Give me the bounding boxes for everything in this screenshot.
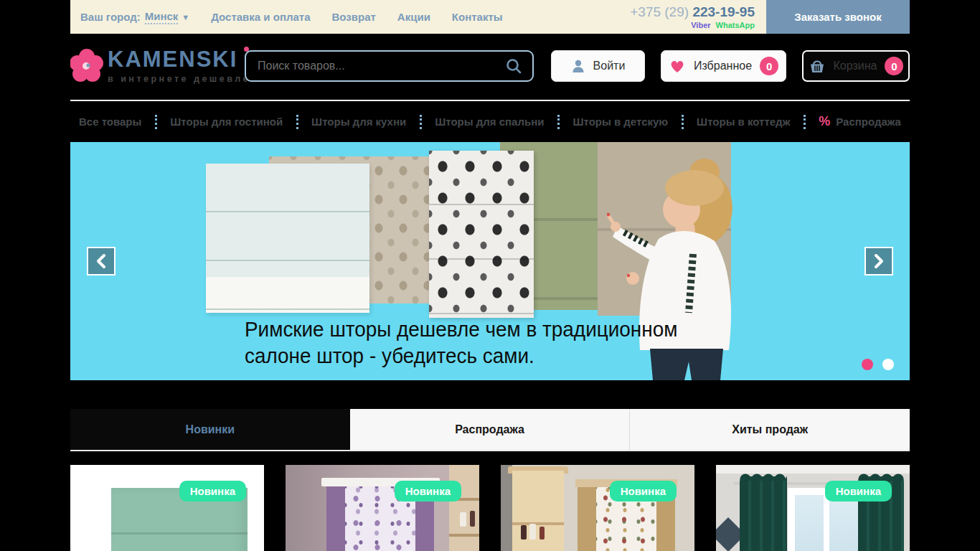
banner-headline: Римские шторы дешевле чем в традиционном… bbox=[245, 316, 677, 369]
chevron-left-icon bbox=[94, 253, 108, 270]
cart-label: Корзина bbox=[834, 60, 877, 72]
nav-item-sale-label: Распродажа bbox=[836, 116, 901, 128]
wall-corner bbox=[501, 465, 512, 551]
cart-button[interactable]: Корзина 0 bbox=[802, 50, 910, 82]
search-button[interactable] bbox=[502, 57, 532, 75]
nav-separator bbox=[155, 115, 157, 129]
logo-text-block: KAMENSKI в интернете дешевле bbox=[108, 47, 250, 84]
login-button[interactable]: Войти bbox=[551, 50, 645, 82]
city-group: Ваш город: Минск ▼ bbox=[80, 10, 189, 24]
flower-logo-icon bbox=[70, 47, 103, 83]
new-badge: Новинка bbox=[610, 481, 677, 501]
city-selector[interactable]: Минск ▼ bbox=[145, 10, 190, 24]
product-image bbox=[286, 465, 479, 551]
tab-new-arrivals[interactable]: Новинки bbox=[70, 409, 350, 450]
header: KAMENSKI в интернете дешевле Войти bbox=[70, 34, 910, 100]
topbar-link-promos[interactable]: Акции bbox=[397, 11, 430, 23]
product-image bbox=[501, 465, 694, 551]
percent-icon: % bbox=[819, 114, 830, 129]
chevron-down-icon: ▼ bbox=[182, 13, 189, 22]
fabric-panel-white bbox=[206, 164, 369, 313]
cabinet bbox=[512, 471, 564, 551]
slider-dots bbox=[862, 359, 894, 370]
shelf-unit bbox=[449, 465, 479, 551]
spacer bbox=[70, 451, 910, 465]
decor-bottle bbox=[470, 511, 475, 527]
city-value[interactable]: Минск bbox=[145, 10, 179, 24]
product-image bbox=[70, 465, 264, 551]
product-card[interactable]: Новинка bbox=[70, 465, 264, 551]
chevron-right-icon bbox=[872, 253, 886, 270]
decor-bottle bbox=[540, 527, 545, 540]
nav-item-kitchen[interactable]: Шторы для кухни bbox=[311, 116, 406, 128]
nav-separator bbox=[420, 115, 422, 129]
decor-bottle bbox=[529, 524, 536, 540]
topbar-link-delivery[interactable]: Доставка и оплата bbox=[211, 11, 310, 23]
cart-count-badge: 0 bbox=[885, 57, 903, 75]
logo-word: KAMENSKI bbox=[108, 47, 250, 72]
nav-item-all-products[interactable]: Все товары bbox=[79, 116, 141, 128]
decor-bottle bbox=[460, 512, 466, 527]
callback-button[interactable]: Заказать звонок bbox=[766, 0, 910, 34]
new-badge: Новинка bbox=[825, 481, 892, 501]
messenger-links: Viber WhatsApp bbox=[630, 21, 755, 29]
nav-separator bbox=[682, 115, 684, 129]
nav-separator bbox=[557, 115, 560, 129]
product-tabs: Новинки Распродажа Хиты продаж bbox=[70, 409, 910, 451]
basket-icon bbox=[809, 58, 826, 74]
tab-bestsellers[interactable]: Хиты продаж bbox=[629, 409, 910, 450]
banner-headline-line2: салоне штор - убедитесь сами. bbox=[245, 342, 677, 369]
nav-item-living-room[interactable]: Шторы для гостиной bbox=[170, 116, 283, 128]
green-curtain-left bbox=[740, 476, 787, 551]
topbar-right: +375 (29) 223-19-95 Viber WhatsApp Заказ… bbox=[630, 0, 910, 34]
topbar-link-contacts[interactable]: Контакты bbox=[452, 11, 503, 23]
decor-bottle bbox=[521, 525, 527, 540]
hero-slider: Римские шторы дешевле чем в традиционном… bbox=[70, 142, 910, 380]
tab-sale[interactable]: Распродажа bbox=[350, 409, 630, 450]
fabric-panel-black-damask bbox=[429, 151, 534, 318]
heart-icon bbox=[669, 58, 686, 74]
user-icon bbox=[571, 59, 585, 73]
slider-dot-1[interactable] bbox=[862, 359, 873, 370]
slider-next-button[interactable] bbox=[864, 247, 893, 276]
banner-headline-line1: Римские шторы дешевле чем в традиционном bbox=[245, 316, 677, 342]
search-input[interactable] bbox=[246, 60, 502, 72]
new-badge: Новинка bbox=[179, 481, 246, 501]
search-box bbox=[245, 50, 534, 82]
phone-number[interactable]: +375 (29) 223-19-95 bbox=[630, 4, 755, 20]
page-content: Ваш город: Минск ▼ Доставка и оплата Воз… bbox=[70, 0, 910, 551]
topbar-link-returns[interactable]: Возврат bbox=[332, 11, 376, 23]
topbar: Ваш город: Минск ▼ Доставка и оплата Воз… bbox=[70, 0, 910, 34]
phone-block[interactable]: +375 (29) 223-19-95 Viber WhatsApp bbox=[630, 0, 755, 34]
phone-main: 223-19-95 bbox=[692, 4, 755, 19]
nav-separator bbox=[296, 115, 298, 129]
product-card[interactable]: Новинка bbox=[716, 465, 910, 551]
product-card[interactable]: Новинка bbox=[501, 465, 694, 551]
logo-tagline: в интернете дешевле bbox=[108, 74, 250, 84]
favorites-button[interactable]: Избранное 0 bbox=[661, 50, 786, 82]
whatsapp-link[interactable]: WhatsApp bbox=[716, 21, 755, 29]
category-nav: Все товары Шторы для гостиной Шторы для … bbox=[70, 101, 910, 142]
nav-item-kids[interactable]: Шторы в детскую bbox=[573, 116, 668, 128]
slider-prev-button[interactable] bbox=[87, 247, 116, 276]
window-panes bbox=[795, 495, 858, 551]
slider-dot-2[interactable] bbox=[882, 359, 894, 370]
new-badge: Новинка bbox=[395, 481, 461, 501]
favorites-label: Избранное bbox=[694, 60, 752, 72]
logo[interactable]: KAMENSKI в интернете дешевле bbox=[70, 47, 250, 84]
viber-link[interactable]: Viber bbox=[691, 21, 710, 29]
product-grid: Новинка Новинка bbox=[70, 465, 910, 551]
phone-code: +375 (29) bbox=[630, 4, 689, 19]
nav-item-sale[interactable]: % Распродажа bbox=[819, 114, 901, 129]
nav-item-cottage[interactable]: Шторы в коттедж bbox=[697, 116, 790, 128]
product-card[interactable]: Новинка bbox=[286, 465, 479, 551]
blind-side-band bbox=[326, 486, 345, 551]
topbar-links: Ваш город: Минск ▼ Доставка и оплата Воз… bbox=[70, 10, 503, 24]
blind-side-band bbox=[578, 487, 596, 551]
spacer bbox=[70, 380, 910, 409]
search-icon bbox=[505, 57, 522, 75]
login-label: Войти bbox=[593, 60, 626, 72]
product-image bbox=[716, 465, 910, 551]
nav-separator bbox=[804, 115, 806, 129]
nav-item-bedroom[interactable]: Шторы для спальни bbox=[435, 116, 544, 128]
